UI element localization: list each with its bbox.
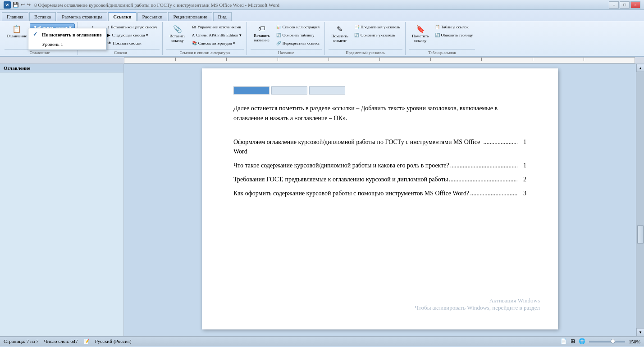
endnote-icon: ↓ [107,25,110,29]
thumb-1 [233,86,269,95]
page-thumbnails [233,86,526,95]
tableref-sub: 📋 Таблица ссылок 🔄 Обновить таблицу [433,23,475,39]
index-sub: 📑 Предметный указатель 🔄 Обновить указат… [352,23,402,39]
view-normal-icon[interactable]: 📄 [560,338,567,345]
mark-element-button[interactable]: ✎ Пометить элемент [329,23,351,44]
insert-index-icon: 📑 [354,25,359,29]
tab-review[interactable]: Рецензирование [168,12,212,21]
zoom-thumb[interactable] [611,339,615,343]
status-left: Страница: 7 из 7 Число слов: 647 📝 Русск… [4,338,132,344]
toc-entry-3: Как оформить содержание курсовой работы … [233,189,526,198]
tab-home[interactable]: Главная [2,12,28,21]
quick-redo-icon[interactable]: ↪ [27,2,31,8]
dropdown-item-level1[interactable]: Уровень 1 [28,40,106,49]
dropdown-item-exclude[interactable]: ✓ Не включать в оглавление [28,29,106,40]
minimize-button[interactable]: − [609,1,619,9]
cross-ref-button[interactable]: 🔗 Перекрестная ссылка [274,40,322,47]
scroll-up-button[interactable]: ▲ [636,64,644,72]
quick-save-icon[interactable]: 💾 [13,2,19,8]
toc-entry-2: Требования ГОСТ, предъявляемые к оглавле… [233,175,526,184]
tab-mailings[interactable]: Рассылки [137,12,168,21]
add-text-dropdown: ✓ Не включать в оглавление Уровень 1 [28,28,107,50]
toc-text-3: Как оформить содержание курсовой работы … [233,189,469,198]
insert-index-button[interactable]: 📑 Предметный указатель [352,23,402,31]
mark-link-icon: 🔖 [416,25,425,33]
title-bar: W 💾 ↩ ↪ 8 Оформляем оглавление курсовой/… [0,0,644,10]
style-icon: A [192,33,195,37]
next-footnote-button[interactable]: ▶ Следующая сноска ▾ [105,32,160,39]
activation-line1: Активация Windows [415,297,540,304]
update-index-icon: 🔄 [354,33,359,37]
update-index-button[interactable]: 🔄 Обновить указатель [352,32,402,39]
list-illust-button[interactable]: 📊 Список иллюстраций [274,23,322,31]
tab-references[interactable]: Ссылки [108,12,136,21]
intro-paragraph: Далее останется пометить в разделе «ссыл… [233,104,526,124]
maximize-button[interactable]: □ [620,1,630,9]
tableref-group-label: Таблица ссылок [409,49,475,55]
page-content: Далее останется пометить в разделе «ссыл… [233,104,526,198]
quick-undo-icon[interactable]: ↩ [21,2,25,8]
tableref-btns: 🔖 Пометить ссылку 📋 Таблица ссылок 🔄 Обн… [409,23,475,48]
activation-line2: Чтобы активировать Windows, перейдите в … [415,304,540,311]
toc-page-1: 1 [517,161,526,170]
show-footnotes-button[interactable]: 👁 Показать сноски [105,40,160,47]
nav-panel-title: Оглавление [0,64,123,72]
ruler-area [0,57,644,64]
update-tableref-button[interactable]: 🔄 Обновить таблицу [433,32,475,39]
tab-insert[interactable]: Вставка [29,12,56,21]
nav-panel: Оглавление [0,64,124,336]
word-icon: W [4,1,11,9]
table-links-button[interactable]: 📋 Таблица ссылок [433,23,475,31]
zoom-level: 150% [629,339,640,344]
update-captions-button[interactable]: 🔄 Обновить таблицу [274,32,322,39]
toc-button[interactable]: 📋 Оглавление [5,23,29,40]
sources-btns: 📎 Вставить ссылку 🗂 Управление источника… [166,23,244,48]
toc-page-0: 1 [517,137,526,147]
title-bar-text: 8 Оформляем оглавление курсовой/дипломно… [34,2,279,8]
scroll-track[interactable] [636,72,644,328]
captions-btns: 🏷 Вставить название 📊 Список иллюстраций… [251,23,322,48]
language: Русский (Россия) [95,338,132,344]
view-layout-icon[interactable]: ⊞ [571,338,575,345]
scroll-thumb[interactable] [637,225,644,243]
tab-page-layout[interactable]: Разметка страницы [57,12,107,21]
toc-dots-1: ........................................… [449,161,517,170]
toc-page-3: 3 [517,189,526,198]
show-footnotes-icon: 👁 [107,41,111,45]
doc-area[interactable]: Далее останется пометить в разделе «ссыл… [124,64,636,336]
bibliography-button[interactable]: 📚 Список литературы ▾ [190,40,244,47]
manage-sources-icon: 🗂 [192,25,196,29]
page-info: Страница: 7 из 7 [4,338,39,344]
table-links-icon: 📋 [435,25,440,29]
tab-bar: Главная Вставка Разметка страницы Ссылки… [0,10,644,21]
footnotes-sub: ↓ Вставить концевую сноску ▶ Следующая с… [105,23,160,47]
index-group-label: Предметный указатель [329,49,402,55]
scroll-down-button[interactable]: ▼ [636,328,644,336]
ribbon-group-table-ref: 🔖 Пометить ссылку 📋 Таблица ссылок 🔄 Обн… [406,22,478,55]
close-button[interactable]: × [630,1,640,9]
insert-caption-button[interactable]: 🏷 Вставить название [251,23,273,44]
thumb-2 [271,86,307,95]
main-area: Оглавление Далее останется пометить в ра… [0,64,644,336]
toc-dots-2: ........................................… [448,175,517,184]
sources-group-label: Ссылки и списки литературы [166,49,244,55]
toc-dots-0: ........................................… [483,137,518,147]
captions-sub: 📊 Список иллюстраций 🔄 Обновить таблицу … [274,23,322,47]
zoom-slider[interactable] [589,341,625,342]
spell-icon: 📝 [83,338,90,344]
toc-container: Оформляем оглавление курсовой/дипломной … [233,137,526,198]
style-dropdown-button[interactable]: A Стиль: APA Fifth Edition ▾ [190,32,244,39]
toc-text-2: Требования ГОСТ, предъявляемые к оглавле… [233,175,448,184]
toc-label: Оглавление [7,34,27,38]
tab-view[interactable]: Вид [213,12,232,21]
check-icon: ✓ [33,31,39,38]
activation-watermark: Активация Windows Чтобы активировать Win… [415,297,540,311]
view-web-icon[interactable]: 🌐 [579,338,585,345]
mark-link-button[interactable]: 🔖 Пометить ссылку [409,23,432,44]
doc-page: Далее останется пометить в разделе «ссыл… [202,68,558,329]
right-scrollbar[interactable]: ▲ ▼ [636,64,644,336]
status-bar: Страница: 7 из 7 Число слов: 647 📝 Русск… [0,336,644,346]
manage-sources-button[interactable]: 🗂 Управление источниками [190,23,244,31]
insert-citation-button[interactable]: 📎 Вставить ссылку [166,23,189,44]
insert-endnote-button[interactable]: ↓ Вставить концевую сноску [105,23,160,31]
